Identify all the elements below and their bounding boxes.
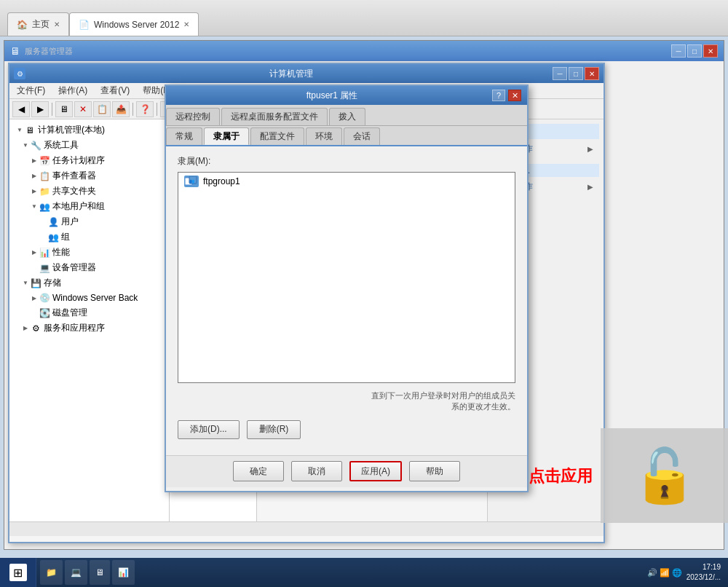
tree-svc-icon: ⚙ bbox=[30, 323, 41, 334]
tree-event-viewer[interactable]: ▶ 📋 事件查看器 bbox=[9, 168, 169, 184]
tree-groups[interactable]: 👥 组 bbox=[9, 229, 169, 245]
tree-svc-label: 服务和应用程序 bbox=[44, 322, 105, 334]
remove-button[interactable]: 删除(R) bbox=[247, 420, 301, 439]
member-ftpgroup1[interactable]: 👥 ftpgroup1 bbox=[178, 173, 515, 190]
taskbar-item-4[interactable]: 📊 bbox=[112, 560, 135, 585]
taskbar: ⊞ 📁 💻 🖥 📊 🔊 📶 🌐 17:19 2023/12/... bbox=[0, 558, 728, 587]
cancel-button[interactable]: 取消 bbox=[291, 461, 342, 481]
ok-button[interactable]: 确定 bbox=[233, 461, 284, 481]
tree-lusers-label: 本地用户和组 bbox=[52, 200, 105, 213]
tab-windows-server[interactable]: 📄 Windows Server 2012 ✕ bbox=[69, 12, 199, 36]
toolbar-back[interactable]: ◀ bbox=[12, 101, 30, 117]
tree-dev-icon: 💻 bbox=[39, 262, 50, 274]
comp-maximize-btn[interactable]: □ bbox=[569, 67, 583, 80]
tree-event-icon: 📋 bbox=[39, 170, 50, 182]
tree-sidebar[interactable]: ▼ 🖥 计算机管理(本地) ▼ 🔧 系统工具 ▶ 📅 任务计划 bbox=[9, 119, 170, 521]
clock-time: 17:19 bbox=[687, 562, 721, 572]
dialog-tab-row1: 远程控制 远程桌面服务配置文件 拨入 bbox=[166, 105, 527, 126]
dialog-footer: 确定 取消 应用(A) 帮助 bbox=[166, 455, 527, 487]
tree-stor-icon: 💾 bbox=[30, 277, 41, 289]
comp-mgmt-controls: ─ □ ✕ bbox=[553, 67, 599, 80]
add-button[interactable]: 添加(D)... bbox=[178, 420, 240, 439]
properties-dialog: ftpuser1 属性 ? ✕ 远程控制 远程桌面服务配置文件 拨入 常规 隶属… bbox=[165, 84, 529, 492]
tree-users-label: 用户 bbox=[61, 216, 79, 228]
start-button[interactable]: ⊞ bbox=[0, 558, 36, 587]
tab-general[interactable]: 常规 bbox=[166, 127, 202, 145]
tab-home[interactable]: 🏠 主页 ✕ bbox=[7, 12, 69, 36]
tree-performance[interactable]: ▶ 📊 性能 bbox=[9, 245, 169, 260]
toolbar-refresh[interactable]: ✕ bbox=[74, 101, 92, 117]
tree-task-label: 任务计划程序 bbox=[52, 154, 105, 167]
ws-tab-icon: 📄 bbox=[79, 20, 90, 30]
tab-dialin[interactable]: 拨入 bbox=[329, 108, 365, 125]
tree-sys-arrow: ▼ bbox=[21, 142, 30, 149]
ftpgroup1-icon: 👥 bbox=[184, 176, 199, 187]
tab-profile[interactable]: 配置文件 bbox=[250, 127, 304, 145]
window-controls: ─ □ ✕ bbox=[671, 44, 718, 58]
apply-button[interactable]: 应用(A) bbox=[349, 461, 402, 481]
taskbar-item-1[interactable]: 📁 bbox=[40, 560, 63, 585]
help-button[interactable]: 帮助 bbox=[409, 461, 460, 481]
browser-bar: 🏠 主页 ✕ 📄 Windows Server 2012 ✕ bbox=[0, 0, 728, 36]
menu-action[interactable]: 操作(A) bbox=[55, 83, 90, 98]
tree-event-label: 事件查看器 bbox=[52, 170, 96, 182]
tree-svc-arrow: ▶ bbox=[21, 325, 30, 331]
toolbar-help[interactable]: ❓ bbox=[136, 101, 154, 117]
tree-shared-label: 共享文件夹 bbox=[52, 185, 96, 197]
tree-root[interactable]: ▼ 🖥 计算机管理(本地) bbox=[9, 122, 169, 138]
taskbar-item-2[interactable]: 💻 bbox=[65, 560, 87, 585]
toolbar-forward[interactable]: ▶ bbox=[31, 101, 49, 117]
tree-lusers-icon: 👥 bbox=[39, 201, 50, 213]
close-btn[interactable]: ✕ bbox=[703, 44, 718, 58]
taskbar-icon-3: 🖥 bbox=[95, 567, 104, 578]
tree-groups-icon: 👥 bbox=[47, 232, 59, 243]
tree-wsb-icon: 💿 bbox=[39, 292, 50, 304]
dialog-close-btn[interactable]: ✕ bbox=[508, 90, 521, 101]
tree-storage[interactable]: ▼ 💾 存储 bbox=[9, 275, 169, 291]
toolbar-tree[interactable]: 📋 bbox=[93, 101, 111, 117]
tree-ws-backup[interactable]: ▶ 💿 Windows Server Back bbox=[9, 291, 169, 305]
comp-minimize-btn[interactable]: ─ bbox=[553, 67, 567, 80]
minimize-btn[interactable]: ─ bbox=[671, 44, 686, 58]
ws-tab-close[interactable]: ✕ bbox=[183, 20, 189, 28]
tab-session[interactable]: 会话 bbox=[344, 127, 380, 145]
tree-task-scheduler[interactable]: ▶ 📅 任务计划程序 bbox=[9, 153, 169, 168]
tree-sys-icon: 🔧 bbox=[30, 140, 41, 151]
tree-users-icon: 👤 bbox=[47, 216, 59, 228]
maximize-btn[interactable]: □ bbox=[687, 44, 702, 58]
tree-shared-icon: 📁 bbox=[39, 186, 50, 197]
tree-system-tools[interactable]: ▼ 🔧 系统工具 bbox=[9, 138, 169, 153]
home-tab-close[interactable]: ✕ bbox=[54, 20, 60, 28]
tree-shared-folders[interactable]: ▶ 📁 共享文件夹 bbox=[9, 184, 169, 199]
dialog-title: ftpuser1 属性 bbox=[172, 90, 492, 102]
tree-disk-mgmt[interactable]: 💽 磁盘管理 bbox=[9, 305, 169, 320]
toolbar-up[interactable]: 🖥 bbox=[55, 101, 73, 117]
ws-tab-label: Windows Server 2012 bbox=[94, 20, 179, 30]
home-tab-label: 主页 bbox=[32, 18, 50, 31]
tree-root-icon: 🖥 bbox=[24, 125, 36, 136]
tree-dev-label: 设备管理器 bbox=[52, 261, 96, 274]
taskbar-item-3[interactable]: 🖥 bbox=[90, 560, 110, 585]
member-list[interactable]: 👥 ftpgroup1 bbox=[178, 172, 515, 383]
browser-tabs: 🏠 主页 ✕ 📄 Windows Server 2012 ✕ bbox=[0, 0, 199, 36]
tree-local-users[interactable]: ▼ 👥 本地用户和组 bbox=[9, 199, 169, 214]
tree-perf-arrow: ▶ bbox=[30, 249, 39, 256]
tray-icons: 🔊 📶 🌐 bbox=[647, 568, 682, 578]
member-label: 隶属(M): bbox=[178, 155, 515, 168]
tree-task-icon: 📅 bbox=[39, 155, 50, 167]
tab-environment[interactable]: 环境 bbox=[306, 127, 342, 145]
dialog-help-btn[interactable]: ? bbox=[492, 90, 505, 101]
menu-view[interactable]: 查看(V) bbox=[98, 83, 132, 98]
tree-users[interactable]: 👤 用户 bbox=[9, 214, 169, 229]
comp-close-btn[interactable]: ✕ bbox=[585, 67, 599, 80]
menu-file[interactable]: 文件(F) bbox=[14, 83, 48, 98]
server-manager-icon: 🖥 bbox=[10, 45, 20, 57]
tab-remote-desktop[interactable]: 远程桌面服务配置文件 bbox=[221, 108, 328, 125]
tab-member-of[interactable]: 隶属于 bbox=[204, 127, 249, 145]
tree-device-mgr[interactable]: 💻 设备管理器 bbox=[9, 260, 169, 275]
start-icon: ⊞ bbox=[9, 564, 27, 581]
tree-wsb-arrow: ▶ bbox=[30, 295, 39, 302]
toolbar-export[interactable]: 📤 bbox=[112, 101, 130, 117]
tree-services[interactable]: ▶ ⚙ 服务和应用程序 bbox=[9, 320, 169, 336]
tab-remote-control[interactable]: 远程控制 bbox=[166, 108, 220, 125]
